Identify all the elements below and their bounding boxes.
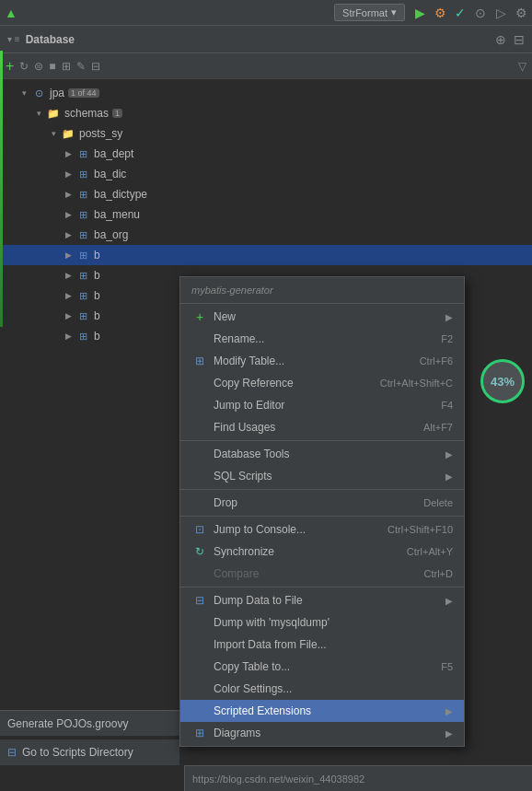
arrow-ba-dic: ▶ [63,169,74,180]
rename-shortcut: F2 [441,333,453,344]
funnel-icon[interactable]: ▽ [518,60,526,73]
menu-item-scripted-extensions[interactable]: Scripted Extensions ▶ [180,700,464,722]
table-icon-b1: ⊞ [75,248,90,262]
dump-label: Dump Data to File [214,594,442,607]
left-accent-bar [0,51,3,327]
play2-icon[interactable]: ▷ [493,6,508,20]
menu-item-drop[interactable]: Drop Delete [180,492,464,514]
arrow-b5: ▶ [63,331,74,342]
arrow-b4: ▶ [63,310,74,321]
dropdown-arrow: ▾ [391,6,397,18]
str-format-button[interactable]: StrFormat ▾ [334,4,405,21]
b1-label: b [94,249,100,262]
menu-item-dump-mysqldump[interactable]: Dump with 'mysqldump' [180,611,464,634]
menu-item-copy-table-to[interactable]: Copy Table to... F5 [180,656,464,678]
ba-dept-label: ba_dept [94,147,133,160]
rename-icon [191,331,208,347]
edit-icon[interactable]: ✎ [76,60,86,73]
url-tooltip: https://blog.csdn.net/weixin_44038982 [184,765,532,791]
arrow-jpa: ▾ [18,87,29,99]
progress-value: 43% [491,375,515,389]
menu-item-jump-to-editor[interactable]: Jump to Editor F4 [180,394,464,416]
menu-item-color-settings[interactable]: Color Settings... [180,678,464,700]
tree-item-ba-dictype[interactable]: ▶ ⊞ ba_dictype [0,184,532,204]
scripted-extensions-arrow: ▶ [445,706,453,716]
menu-item-import-data[interactable]: Import Data from File... [180,634,464,656]
import-label: Import Data from File... [214,638,453,651]
jump-editor-shortcut: F4 [441,400,453,411]
tree-item-b-selected[interactable]: ▶ ⊞ b [0,245,532,265]
mysqldump-icon [191,614,208,631]
menu-item-database-tools[interactable]: Database Tools ▶ [180,443,464,465]
filter-settings-icon[interactable]: ⊜ [34,60,43,73]
compare-icon [191,565,208,582]
tree-item-ba-dic[interactable]: ▶ ⊞ ba_dic [0,164,532,184]
b2-label: b [94,269,100,282]
url-text: https://blog.csdn.net/weixin_44038982 [192,774,364,785]
play-icon[interactable]: ▶ [412,6,427,20]
check-icon[interactable]: ✓ [453,6,468,20]
menu-item-jump-console[interactable]: ⊡ Jump to Console... Ctrl+Shift+F10 [180,518,464,541]
panel-header: ▾ ≡ Database ⊕ ⊟ [0,26,532,53]
table-icon-ba-dept: ⊞ [75,146,90,161]
stop-icon[interactable]: ■ [49,60,55,73]
arrow-ba-org: ▶ [63,229,74,240]
search-icon[interactable]: ⊙ [473,6,488,20]
db-icon-jpa: ⊙ [31,86,46,100]
menu-item-dump-data[interactable]: ⊟ Dump Data to File ▶ [180,589,464,611]
panel-collapse-icon[interactable]: ▾ ≡ [7,34,20,44]
separator-0 [180,303,464,304]
add-icon[interactable]: + [6,58,14,75]
menu-item-new[interactable]: + New ▶ [180,306,464,328]
copy-table-icon [191,658,208,675]
menu-header-label: mybatis-generator [191,285,273,296]
modify-table-shortcut: Ctrl+F6 [420,355,453,366]
menu-item-copy-reference[interactable]: Copy Reference Ctrl+Alt+Shift+C [180,372,464,394]
menu-item-sql-scripts[interactable]: SQL Scripts ▶ [180,465,464,487]
tree-item-schemas[interactable]: ▾ 📁 schemas 1 [0,103,532,123]
sync-shortcut: Ctrl+Alt+Y [407,546,453,557]
table-icon-b3: ⊞ [75,288,90,303]
menu-item-find-usages[interactable]: Find Usages Alt+F7 [180,416,464,438]
tree-item-ba-dept[interactable]: ▶ ⊞ ba_dept [0,144,532,164]
grid-icon[interactable]: ⊞ [62,60,71,73]
run-icon: ▲ [4,6,18,20]
sql-scripts-icon [191,468,208,484]
posts-sy-label: posts_sy [79,127,122,140]
folder-icon-schemas: 📁 [46,106,61,121]
drop-label: Drop [214,496,405,509]
refresh-icon[interactable]: ↻ [19,60,29,73]
ba-org-label: ba_org [94,228,128,241]
schemas-label: schemas [64,107,109,120]
tree-item-jpa[interactable]: ▾ ⊙ jpa 1 of 44 [0,83,532,103]
find-usages-label: Find Usages [214,421,405,434]
table-icon-ba-dictype: ⊞ [75,187,90,202]
b5-label: b [94,330,100,343]
generate-pojos-item[interactable]: Generate POJOs.groovy [0,710,179,736]
settings-icon[interactable]: ⚙ [514,6,528,20]
tree-item-ba-org[interactable]: ▶ ⊞ ba_org [0,225,532,245]
tree-item-ba-menu[interactable]: ▶ ⊞ ba_menu [0,204,532,225]
go-scripts-item[interactable]: ⊟ Go to Scripts Directory [0,739,179,765]
arrow-b3: ▶ [63,290,74,301]
scripted-extensions-icon [191,703,208,719]
menu-item-synchronize[interactable]: ↻ Synchronize Ctrl+Alt+Y [180,541,464,563]
diagrams-icon: ⊞ [191,725,208,741]
separator-4 [180,587,464,587]
menu-item-diagrams[interactable]: ⊞ Diagrams ▶ [180,722,464,744]
scripted-extensions-label: Scripted Extensions [214,704,442,717]
arrow-ba-menu: ▶ [63,209,74,220]
table-icon[interactable]: ⊟ [91,60,100,73]
table-icon-b5: ⊞ [75,329,90,343]
tree-item-posts-sy[interactable]: ▾ 📁 posts_sy [0,123,532,144]
menu-header: mybatis-generator [180,279,464,301]
bug-icon[interactable]: ⚙ [433,6,447,20]
menu-item-modify-table[interactable]: ⊞ Modify Table... Ctrl+F6 [180,350,464,372]
menu-item-rename[interactable]: Rename... F2 [180,328,464,350]
arrow-schemas: ▾ [33,108,44,119]
globe-icon[interactable]: ⊕ [495,32,506,47]
rename-label: Rename... [214,332,422,345]
sql-scripts-arrow: ▶ [445,471,453,482]
layout-icon[interactable]: ⊟ [514,32,525,47]
go-scripts-label: Go to Scripts Directory [22,746,133,759]
